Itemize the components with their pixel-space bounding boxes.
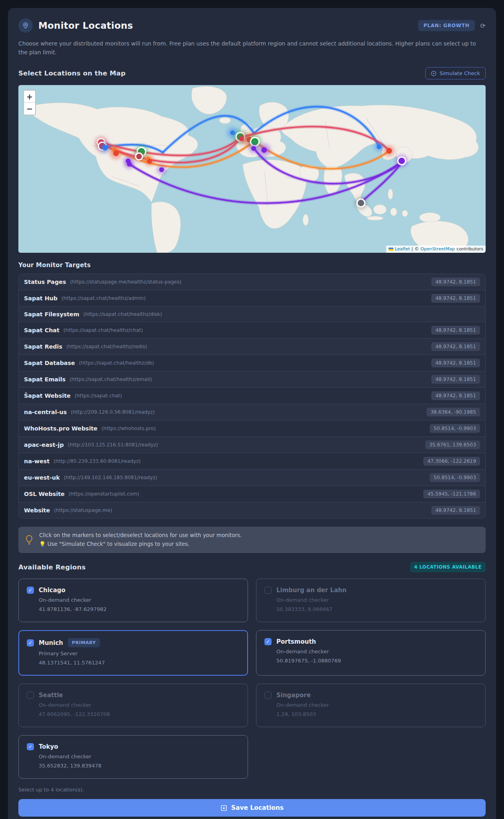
target-name: Sapat Filesystem <box>24 311 79 317</box>
region-coords: 1.29, 103.8503 <box>276 711 477 717</box>
target-url: (https://sapat.chat/healthz/disk) <box>83 311 162 317</box>
regions-heading: Available Regions <box>18 563 86 571</box>
target-name: Website <box>24 507 50 514</box>
map-attribution: Leaflet | © OpenStreetMap contributors <box>386 246 486 253</box>
region-checkbox-seattle[interactable] <box>27 692 34 699</box>
target-url: (http://209.126.0.56:8081/readyz) <box>71 409 155 415</box>
target-coords-badge: 50.8514, -0.9903 <box>430 473 480 482</box>
region-checkbox-singapore[interactable] <box>264 692 272 699</box>
region-card-singapore[interactable]: SingaporeOn-demand checker1.29, 103.8503 <box>256 684 486 727</box>
region-checkbox-limburg-an-der-lahn[interactable] <box>264 587 272 594</box>
target-name: na-west <box>24 458 50 464</box>
refresh-icon[interactable]: ⟳ <box>480 22 486 30</box>
target-coords-badge: 48.9742, 8.1851 <box>431 278 480 286</box>
region-card-limburg-an-der-lahn[interactable]: Limburg an der LahnOn-demand checker50.3… <box>256 579 486 622</box>
region-description: On-demand checker <box>276 597 477 603</box>
zoom-out-button[interactable]: − <box>24 103 35 115</box>
region-coords: 50.383333, 8.066667 <box>276 606 477 612</box>
world-map[interactable]: + − Leaflet | © OpenStreetMap contributo… <box>18 85 486 253</box>
map-marker-korea-red[interactable] <box>386 148 392 154</box>
map-zoom-control[interactable]: + − <box>23 90 36 115</box>
target-coords-badge: 48.9742, 8.1851 <box>431 375 480 384</box>
map-marker-korea-blue[interactable] <box>377 145 381 149</box>
target-coords-badge: 38.6364, -90.1985 <box>427 408 480 416</box>
map-canvas[interactable] <box>18 85 486 253</box>
map-marker-seattle-blue[interactable] <box>102 145 108 151</box>
region-coords: 35.652832, 139.839478 <box>39 763 240 769</box>
tip-line-1: Click on the markers to select/deselect … <box>39 531 242 540</box>
target-coords-badge: 48.9742, 8.1851 <box>431 391 480 400</box>
target-url: (http://103.125.216.51:8081/readyz) <box>68 442 158 448</box>
map-marker-chicago-darkred[interactable] <box>136 154 142 159</box>
target-url: (https://sapat.chat/healthz/admin) <box>62 295 146 301</box>
region-coords: 41.8781136, -87.6297982 <box>39 606 240 612</box>
target-name: Sapat Chat <box>24 327 60 333</box>
target-coords-badge: 48.9742, 8.1851 <box>431 294 480 303</box>
region-name: Portsmouth <box>276 638 316 645</box>
tip-box: Click on the markers to select/deselect … <box>18 527 486 553</box>
ukraine-flag-icon <box>389 248 393 251</box>
region-card-munich[interactable]: ✓MunichPRIMARYPrimary Server48.1371541, … <box>18 630 248 676</box>
map-marker-singapore-gray[interactable] <box>358 200 364 206</box>
save-locations-button[interactable]: Save Locations <box>18 799 486 817</box>
monitor-targets-list: Status Pages(https://statuspage.me/healt… <box>18 274 486 519</box>
target-row: na-central-us(http://209.126.0.56:8081/r… <box>19 404 485 420</box>
zoom-in-button[interactable]: + <box>24 91 35 103</box>
region-checkbox-munich[interactable]: ✓ <box>27 639 34 646</box>
leaflet-link[interactable]: Leaflet <box>395 246 410 252</box>
target-url: (https://sapat.chat/healthz/redis) <box>66 344 147 349</box>
target-url: (https://sapat.chat) <box>75 393 122 399</box>
target-name: na-central-us <box>24 409 67 415</box>
lightbulb-icon <box>25 535 34 545</box>
target-name: Šapat Website <box>24 393 71 399</box>
region-name: Chicago <box>39 587 65 594</box>
select-limit-note: Select up to 4 location(s). <box>18 787 486 793</box>
target-row: Sapat Filesystem(https://sapat.chat/heal… <box>19 306 485 322</box>
osm-link[interactable]: OpenStreetMap <box>421 246 455 252</box>
region-card-chicago[interactable]: ✓ChicagoOn-demand checker41.8781136, -87… <box>18 579 248 622</box>
region-card-portsmouth[interactable]: ✓PortsmouthOn-demand checker50.8197675, … <box>256 630 486 676</box>
region-name: Tokyo <box>39 743 58 750</box>
target-row: WhoHosts.pro Website(https://whohosts.pr… <box>19 420 485 436</box>
region-name: Singapore <box>276 692 311 699</box>
target-row: Sapat Redis(https://sapat.chat/healthz/r… <box>19 338 485 355</box>
map-marker-na-red-2[interactable] <box>147 159 152 164</box>
map-marker-tokyo-purple[interactable] <box>399 158 405 164</box>
map-marker-eu-purple-2[interactable] <box>261 147 267 153</box>
target-url: (https://sapat.chat/healthz/chat) <box>63 327 143 333</box>
map-marker-eu-purple-1[interactable] <box>251 146 256 151</box>
plan-badge: PLAN: GROWTH <box>418 20 474 31</box>
target-name: Sapat Emails <box>24 376 65 383</box>
region-description: On-demand checker <box>39 597 240 603</box>
target-row: Sapat Database(https://sapat.chat/health… <box>19 355 485 371</box>
target-coords-badge: 48.9742, 8.1851 <box>431 359 480 367</box>
region-name: Munich <box>39 639 63 646</box>
map-section-title: Select Locations on the Map <box>18 69 125 77</box>
target-coords-badge: 50.8514, -0.9903 <box>430 424 480 433</box>
page-description: Choose where your distributed monitors w… <box>18 39 482 57</box>
region-description: On-demand checker <box>39 754 240 760</box>
simulate-check-button[interactable]: Simulate Check <box>425 67 486 79</box>
target-url: (https://sapat.chat/healthz/db) <box>79 360 154 366</box>
target-row: eu-west-uk(http://149.102.146.185:8081/r… <box>19 469 485 486</box>
region-card-tokyo[interactable]: ✓TokyoOn-demand checker35.652832, 139.83… <box>18 735 248 779</box>
region-checkbox-tokyo[interactable]: ✓ <box>27 743 34 750</box>
target-coords-badge: 45.5945, -121.1786 <box>423 490 480 498</box>
map-marker-na-purple-2[interactable] <box>127 162 132 167</box>
target-name: Sapat Hub <box>24 295 58 301</box>
map-marker-na-red-1[interactable] <box>113 151 119 156</box>
target-coords-badge: 48.9742, 8.1851 <box>431 326 480 335</box>
region-checkbox-chicago[interactable]: ✓ <box>27 587 34 594</box>
target-row: Šapat Website(https://sapat.chat)48.9742… <box>19 387 485 404</box>
target-url: (https://sapat.chat/healthz/email) <box>69 377 152 382</box>
region-card-seattle[interactable]: SeattleOn-demand checker47.6062095, -122… <box>18 684 248 727</box>
map-marker-na-purple-3[interactable] <box>159 167 164 172</box>
target-name: Sapat Database <box>24 360 75 366</box>
region-description: On-demand checker <box>276 648 477 654</box>
region-checkbox-portsmouth[interactable]: ✓ <box>264 638 272 645</box>
header: Monitor Locations PLAN: GROWTH ⟳ <box>18 18 486 33</box>
region-coords: 47.6062095, -122.3320708 <box>39 711 240 717</box>
region-name: Seattle <box>39 692 63 699</box>
region-name: Limburg an der Lahn <box>276 587 347 594</box>
target-row: Status Pages(https://statuspage.me/healt… <box>19 274 485 290</box>
